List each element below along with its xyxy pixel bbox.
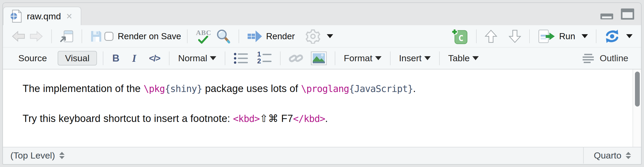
chevron-down-icon bbox=[582, 34, 588, 38]
separator bbox=[335, 51, 335, 65]
scrollbar-thumb[interactable] bbox=[635, 72, 640, 107]
chevron-down-icon bbox=[472, 56, 479, 60]
code-icon: </> bbox=[148, 53, 161, 63]
forward-button[interactable] bbox=[27, 28, 45, 44]
code-button[interactable]: </> bbox=[146, 52, 163, 65]
gear-icon bbox=[306, 29, 320, 44]
chevron-down-icon bbox=[210, 56, 216, 60]
scope-selector[interactable]: (Top Level) bbox=[10, 150, 65, 161]
save-icon bbox=[90, 30, 102, 43]
editor-content[interactable]: The implementation of the \pkg{shiny} pa… bbox=[3, 69, 641, 147]
svg-text:C: C bbox=[459, 33, 464, 43]
render-label: Render bbox=[266, 31, 295, 41]
render-icon bbox=[247, 30, 262, 43]
italic-icon: I bbox=[129, 52, 139, 64]
save-button[interactable] bbox=[88, 28, 104, 44]
up-down-icon bbox=[59, 152, 65, 159]
separator bbox=[239, 29, 239, 43]
tab-raw-qmd[interactable]: raw.qmd × bbox=[3, 7, 81, 25]
paragraph-style-value: Normal bbox=[178, 53, 207, 63]
visual-editor-toolbar: Source Visual B I </> Normal bbox=[3, 47, 641, 69]
sync-icon bbox=[604, 29, 620, 43]
link-icon bbox=[289, 52, 303, 64]
tab-bar: raw.qmd × bbox=[3, 3, 641, 25]
open-in-new-window-button[interactable] bbox=[58, 28, 76, 45]
bullet-list-icon bbox=[233, 52, 249, 65]
render-settings-button[interactable] bbox=[303, 27, 335, 45]
bold-icon: B bbox=[111, 53, 121, 64]
insert-image-button[interactable] bbox=[309, 50, 329, 67]
run-icon bbox=[538, 29, 555, 43]
separator bbox=[280, 51, 281, 65]
maximize-icon[interactable] bbox=[621, 8, 634, 20]
run-button[interactable]: Run bbox=[536, 28, 590, 45]
minimize-icon[interactable] bbox=[600, 8, 613, 20]
outline-toggle-button[interactable]: Outline bbox=[580, 51, 630, 65]
render-button[interactable]: Render bbox=[245, 28, 297, 44]
kbd-close-tag: </kbd> bbox=[293, 113, 325, 124]
quarto-document-icon bbox=[10, 9, 22, 23]
tex-command: \proglang bbox=[301, 84, 349, 94]
tex-argument: {shiny} bbox=[165, 84, 202, 94]
paragraph: Try this keyboard shortcut to insert a f… bbox=[23, 112, 630, 126]
tab-title: raw.qmd bbox=[27, 11, 61, 21]
arrow-down-icon bbox=[509, 29, 521, 43]
source-editor-pane: raw.qmd × bbox=[2, 2, 642, 165]
chevron-down-icon bbox=[424, 56, 431, 60]
up-down-icon bbox=[626, 152, 631, 159]
separator bbox=[439, 51, 440, 65]
spellcheck-button[interactable]: ABC bbox=[193, 27, 214, 45]
insert-menu[interactable]: Insert bbox=[396, 51, 433, 65]
bullet-list-button[interactable] bbox=[231, 50, 251, 66]
popup-window-icon bbox=[60, 30, 74, 43]
find-replace-button[interactable] bbox=[214, 27, 233, 45]
vertical-scrollbar[interactable] bbox=[633, 69, 641, 147]
separator bbox=[169, 51, 170, 65]
close-icon[interactable]: × bbox=[66, 11, 73, 21]
arrow-left-icon bbox=[11, 30, 25, 43]
separator bbox=[476, 29, 477, 43]
separator bbox=[103, 51, 103, 65]
search-icon bbox=[216, 29, 231, 44]
separator bbox=[187, 29, 188, 43]
back-button[interactable] bbox=[9, 28, 27, 44]
separator bbox=[225, 51, 225, 65]
numbered-list-button[interactable]: 1 2 bbox=[255, 50, 274, 67]
numbered-list-icon: 1 2 bbox=[257, 52, 272, 65]
editor-toolbar: Render on Save ABC bbox=[3, 25, 641, 47]
render-on-save-label: Render on Save bbox=[118, 31, 181, 41]
chevron-down-icon bbox=[375, 56, 382, 60]
spellcheck-icon: ABC bbox=[196, 29, 212, 44]
image-icon bbox=[311, 51, 327, 65]
arrow-up-icon bbox=[485, 29, 497, 43]
run-previous-chunks-button[interactable] bbox=[482, 28, 499, 45]
status-bar: (Top Level) Quarto bbox=[3, 147, 641, 164]
arrow-right-icon bbox=[29, 30, 43, 43]
insert-chunk-button[interactable]: C bbox=[449, 27, 470, 46]
chevron-down-icon bbox=[626, 34, 633, 38]
format-menu[interactable]: Format bbox=[341, 51, 384, 65]
language-mode-selector[interactable]: Quarto bbox=[583, 147, 641, 164]
separator bbox=[51, 29, 52, 43]
run-label: Run bbox=[559, 31, 575, 41]
source-document-button[interactable] bbox=[602, 28, 635, 45]
tex-command: \pkg bbox=[143, 84, 165, 94]
source-mode-button[interactable]: Source bbox=[14, 51, 52, 65]
outline-icon bbox=[582, 53, 595, 63]
bold-button[interactable]: B bbox=[109, 51, 123, 65]
outline-label: Outline bbox=[600, 53, 628, 63]
separator bbox=[390, 51, 391, 65]
paragraph-style-dropdown[interactable]: Normal bbox=[175, 51, 219, 65]
scope-label: (Top Level) bbox=[10, 150, 55, 161]
visual-mode-button[interactable]: Visual bbox=[58, 51, 97, 65]
kbd-open-tag: <kbd> bbox=[233, 113, 260, 124]
table-menu[interactable]: Table bbox=[446, 51, 481, 65]
language-mode-label: Quarto bbox=[594, 150, 621, 161]
insert-link-button[interactable] bbox=[286, 51, 306, 66]
italic-button[interactable]: I bbox=[127, 51, 141, 66]
keyboard-shortcut: ⇧⌘ F7 bbox=[260, 113, 293, 124]
chevron-down-icon bbox=[327, 34, 333, 38]
separator bbox=[596, 29, 596, 43]
run-next-chunk-button[interactable] bbox=[506, 28, 523, 45]
render-on-save-checkbox[interactable] bbox=[104, 32, 113, 41]
